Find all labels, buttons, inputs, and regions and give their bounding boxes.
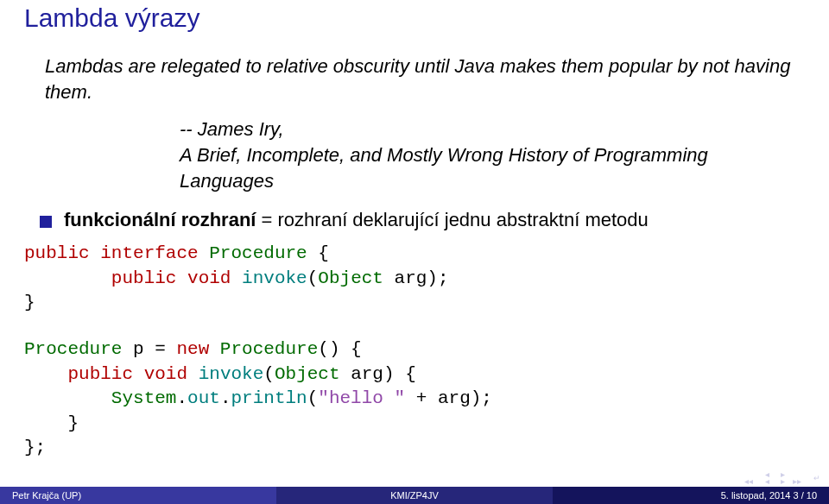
- code-block-1: public interface Procedure { public void…: [24, 242, 805, 315]
- bullet-bold: funkcionální rozhraní: [64, 209, 256, 230]
- kw-public: public: [67, 364, 133, 384]
- slide-title: Lambda výrazy: [24, 3, 805, 33]
- nav-return-icon[interactable]: ↵: [813, 474, 820, 482]
- kw-void: void: [187, 268, 231, 288]
- quote-author: -- James Iry,: [180, 118, 284, 140]
- brace: };: [24, 438, 46, 457]
- nav-last-icon[interactable]: ▸▸: [793, 476, 801, 486]
- nav-first-icon[interactable]: ◂◂: [744, 476, 753, 486]
- ctor: Procedure: [220, 339, 318, 359]
- method-invoke: invoke: [199, 364, 264, 384]
- footer-author: Petr Krajča (UP): [0, 487, 276, 504]
- type-procedure: Procedure: [24, 339, 122, 359]
- footer-course: KMI/ZP4JV: [276, 487, 553, 504]
- brace: }: [24, 293, 35, 312]
- footer: Petr Krajča (UP) KMI/ZP4JV 5. listopad, …: [0, 487, 829, 504]
- var-decl: p =: [122, 339, 176, 359]
- println: println: [231, 388, 307, 408]
- nav-prev-icon[interactable]: ◂: [765, 476, 769, 486]
- paren: () {: [318, 339, 361, 359]
- kw-new: new: [176, 339, 209, 359]
- type-object: Object: [318, 268, 383, 288]
- sp: [209, 339, 220, 359]
- brace: {: [307, 243, 329, 263]
- bullet-icon: [40, 216, 52, 228]
- nav-next-icon[interactable]: ▸: [781, 476, 785, 486]
- type-object: Object: [275, 364, 340, 384]
- indent: [24, 388, 111, 408]
- kw-interface: interface: [100, 243, 198, 263]
- type-procedure: Procedure: [209, 243, 307, 263]
- arg: arg) {: [340, 364, 416, 384]
- paren: (: [307, 388, 319, 408]
- indent: [24, 268, 111, 288]
- quote-source: A Brief, Incomplete, and Mostly Wrong Hi…: [180, 144, 708, 192]
- dot: .: [220, 388, 231, 408]
- bullet-text: funkcionální rozhraní = rozhraní deklaru…: [64, 209, 649, 231]
- footer-page: 5. listopad, 2014 3 / 10: [553, 487, 829, 504]
- method-invoke: invoke: [242, 268, 307, 288]
- nav-icons: ◂ ▸ ◂◂ ◂ ▸ ▸▸ ↵: [734, 471, 829, 487]
- dot: .: [176, 388, 187, 408]
- indent: [24, 364, 67, 384]
- brace: }: [24, 413, 79, 433]
- bullet-item: funkcionální rozhraní = rozhraní deklaru…: [40, 209, 805, 231]
- out: out: [187, 388, 220, 408]
- kw-public: public: [111, 268, 177, 288]
- paren: (: [307, 268, 319, 288]
- arg: arg);: [383, 268, 449, 288]
- bullet-rest: = rozhraní deklarující jednu abstraktní …: [256, 209, 648, 230]
- quote-attribution: -- James Iry, A Brief, Incomplete, and M…: [180, 117, 805, 193]
- string-lit: "hello ": [318, 388, 405, 408]
- quote-body: Lambdas are relegated to relative obscur…: [45, 54, 805, 104]
- code-block-2: Procedure p = new Procedure() { public v…: [24, 337, 805, 460]
- kw-public: public: [24, 243, 90, 263]
- type-system: System: [111, 388, 177, 408]
- paren: (: [263, 364, 275, 384]
- kw-void: void: [144, 364, 187, 384]
- concat: + arg);: [405, 388, 492, 408]
